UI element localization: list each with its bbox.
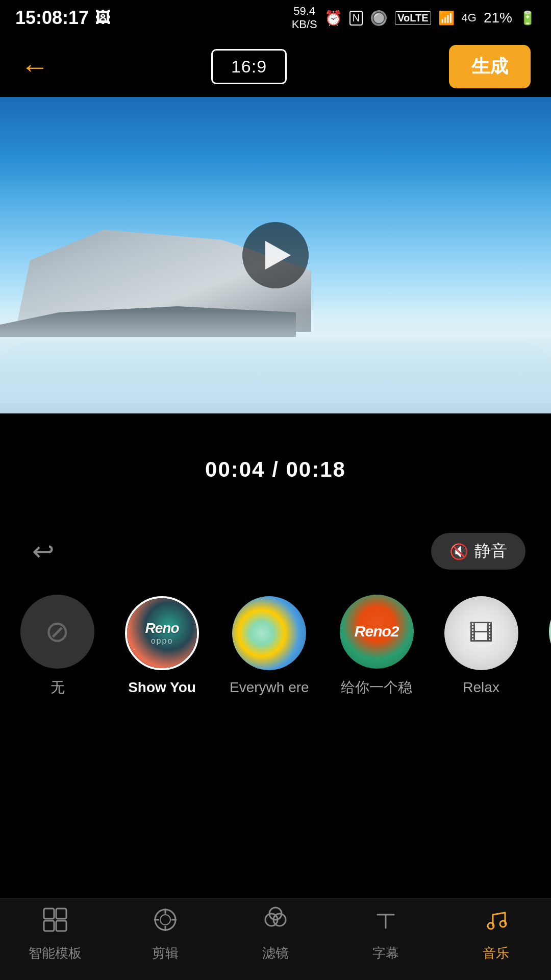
thumb-showyou-bg: Reno oppo xyxy=(127,598,197,668)
music-thumb-summer: 🌼 xyxy=(549,595,551,669)
music-label-none: 无 xyxy=(51,678,65,697)
nav-item-music[interactable]: 音乐 xyxy=(441,906,551,962)
svg-rect-3 xyxy=(56,921,66,931)
music-playlist: ⊘ 无 Reno oppo Show You Everywh ere Reno2 xyxy=(0,577,551,715)
nav-label-music: 音乐 xyxy=(483,944,509,962)
text-icon xyxy=(372,906,399,939)
status-time-group: 15:08:17 🖼 xyxy=(15,7,110,29)
generate-label: 生成 xyxy=(471,56,508,77)
status-bar: 15:08:17 🖼 59.4 KB/S ⏰ N 🔘 VoLTE 📶 4G 21… xyxy=(0,0,551,36)
signal-icon: 📶 xyxy=(438,10,455,26)
music-label-show-you: Show You xyxy=(128,679,196,696)
svg-rect-2 xyxy=(44,921,54,931)
status-right-icons: 59.4 KB/S ⏰ N 🔘 VoLTE 📶 4G 21% 🔋 xyxy=(292,5,536,32)
speaker-icon: 🔇 xyxy=(449,543,468,560)
music-thumb-show-you: Reno oppo xyxy=(125,596,199,670)
nav-label-edit: 剪辑 xyxy=(152,944,179,962)
back-button[interactable]: ← xyxy=(20,50,49,83)
nav-label-filter: 滤镜 xyxy=(262,944,289,962)
video-preview[interactable] xyxy=(0,97,551,413)
oppo-text: oppo xyxy=(151,636,173,646)
reno2-text: Reno2 xyxy=(355,623,399,640)
clock-time: 15:08:17 xyxy=(15,7,89,29)
music-item-show-you[interactable]: Reno oppo Show You xyxy=(125,596,199,696)
music-thumb-geini: Reno2 xyxy=(340,595,414,669)
alarm-icon: ⏰ xyxy=(324,10,342,27)
music-icon xyxy=(483,906,509,939)
mute-label: 静音 xyxy=(474,540,507,562)
music-thumb-none: ⊘ xyxy=(20,595,94,669)
thumb-none-bg: ⊘ xyxy=(20,595,94,669)
music-label-geini: 给你一个稳 xyxy=(341,678,412,697)
nav-item-filter[interactable]: 滤镜 xyxy=(220,906,331,962)
edit-icon xyxy=(152,906,179,939)
svg-point-5 xyxy=(160,915,170,925)
music-thumb-everywhere xyxy=(232,596,306,670)
thumb-geini-bg: Reno2 xyxy=(340,595,414,669)
timeline-area: 00:04 / 00:18 xyxy=(0,413,551,526)
undo-icon: ↩ xyxy=(32,536,55,567)
header-bar: ← 16:9 生成 xyxy=(0,36,551,97)
controls-bar: ↩ 🔇 静音 xyxy=(0,526,551,577)
filter-icon xyxy=(262,906,289,939)
thumb-summer-bg: 🌼 xyxy=(549,595,551,669)
music-label-relax: Relax xyxy=(463,679,499,696)
thumb-relax-bg: 🎞 xyxy=(444,596,518,670)
back-arrow-icon: ← xyxy=(20,50,49,83)
nfc-icon: N xyxy=(349,11,363,26)
network-4g-icon: 4G xyxy=(462,11,477,24)
svg-rect-0 xyxy=(44,909,54,919)
nav-label-templates: 智能模板 xyxy=(29,944,82,962)
ratio-label: 16:9 xyxy=(231,57,267,76)
reno-text: Reno xyxy=(145,620,179,636)
battery-pct: 21% xyxy=(484,10,512,26)
play-button[interactable] xyxy=(242,222,309,288)
volte-icon: VoLTE xyxy=(395,11,431,25)
nav-item-edit[interactable]: 剪辑 xyxy=(110,906,220,962)
nav-item-templates[interactable]: 智能模板 xyxy=(0,906,110,962)
grid-icon xyxy=(42,906,68,939)
time-display: 00:04 / 00:18 xyxy=(205,457,346,482)
relax-icon: 🎞 xyxy=(469,619,493,647)
thumb-everywhere-bg xyxy=(232,596,306,670)
network-speed: 59.4 KB/S xyxy=(292,5,317,32)
nav-label-subtitle: 字幕 xyxy=(372,944,399,962)
music-label-everywhere: Everywh ere xyxy=(230,679,309,696)
mute-button[interactable]: 🔇 静音 xyxy=(431,533,525,570)
play-icon xyxy=(265,241,291,270)
generate-button[interactable]: 生成 xyxy=(449,45,531,88)
music-item-none[interactable]: ⊘ 无 xyxy=(20,595,94,697)
svg-rect-1 xyxy=(56,909,66,919)
nav-item-subtitle[interactable]: 字幕 xyxy=(331,906,441,962)
no-music-icon: ⊘ xyxy=(45,617,70,646)
bottom-navigation: 智能模板 剪辑 滤镜 xyxy=(0,898,551,980)
cloud-blob-1 xyxy=(0,342,551,403)
aspect-ratio-button[interactable]: 16:9 xyxy=(211,49,287,84)
battery-icon: 🔋 xyxy=(519,10,536,26)
music-thumb-relax: 🎞 xyxy=(444,596,518,670)
music-item-relax[interactable]: 🎞 Relax xyxy=(444,596,518,696)
music-item-everywhere[interactable]: Everywh ere xyxy=(230,596,309,696)
undo-button[interactable]: ↩ xyxy=(26,533,61,569)
location-icon: 🔘 xyxy=(370,10,388,27)
music-item-summer[interactable]: 🌼 夏天来了 xyxy=(549,595,551,697)
music-item-geini[interactable]: Reno2 给你一个稳 xyxy=(340,595,414,697)
image-icon: 🖼 xyxy=(95,9,110,27)
